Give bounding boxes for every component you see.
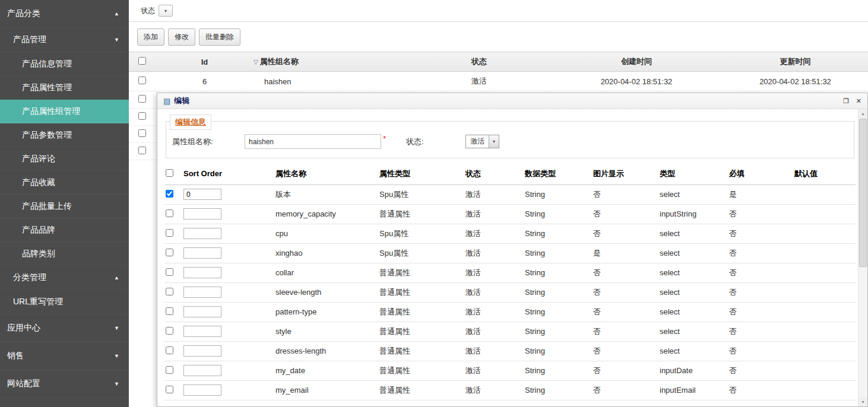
row-checkbox[interactable] — [166, 386, 173, 393]
row-checkbox[interactable] — [166, 249, 173, 256]
sort-order-input[interactable] — [183, 326, 221, 337]
sort-order-input[interactable] — [183, 306, 221, 317]
scrollbar-thumb[interactable] — [859, 119, 867, 267]
sort-order-input[interactable] — [183, 384, 221, 396]
cell-pic-display: 是 — [592, 243, 658, 263]
dialog-title: 编辑 — [174, 96, 189, 106]
row-checkbox[interactable] — [166, 190, 173, 198]
sidebar-item-label: 产品品牌 — [22, 225, 119, 236]
row-checkbox-cell — [164, 341, 182, 361]
select-all-checkbox[interactable] — [138, 57, 146, 65]
row-checkbox[interactable] — [138, 112, 146, 120]
sort-order-input[interactable] — [183, 208, 221, 220]
row-checkbox[interactable] — [166, 327, 173, 335]
sidebar-item-label: 产品评论 — [22, 154, 119, 164]
cell-type: inputEmail — [658, 380, 728, 400]
add-button[interactable]: 添加 — [137, 28, 164, 46]
sidebar-item-product-params[interactable]: 产品参数管理 — [0, 123, 129, 147]
cell-attr-name: 版本 — [274, 185, 378, 204]
sidebar-item-product-attribute-group[interactable]: 产品属性组管理 — [0, 100, 129, 123]
sidebar-item-app-center[interactable]: 应用中心 ▼ — [0, 314, 129, 342]
sort-order-input[interactable] — [183, 287, 221, 298]
row-checkbox[interactable] — [166, 307, 173, 315]
column-header-status[interactable]: 状态 — [408, 52, 550, 72]
cell-sort-order — [182, 361, 274, 380]
sidebar-item-category-management[interactable]: 分类管理 ▲ — [0, 266, 129, 290]
row-checkbox[interactable] — [166, 209, 173, 217]
cell-default — [793, 361, 856, 380]
cell-required: 是 — [728, 185, 793, 204]
edit-dialog: ▤ 编辑 ❐ ✕ 编辑信息 属性组名称: * 状态: 激活 ▼ — [157, 93, 868, 407]
cell-pic-display: 否 — [592, 380, 658, 400]
sort-order-input[interactable] — [183, 345, 221, 357]
maximize-icon[interactable]: ❐ — [843, 97, 849, 105]
sort-order-input[interactable] — [183, 365, 221, 376]
sidebar-item-brand-category[interactable]: 品牌类别 — [0, 242, 129, 266]
status-filter-dropdown[interactable]: ▼ — [159, 5, 173, 17]
select-all-checkbox[interactable] — [166, 169, 173, 177]
sidebar-item-sales[interactable]: 销售 ▼ — [0, 342, 129, 370]
sidebar-item-product-category[interactable]: 产品分类 ▲ — [0, 0, 129, 28]
column-header-updated[interactable]: 更新时间 — [723, 52, 868, 72]
sidebar-item-product-info[interactable]: 产品信息管理 — [0, 52, 129, 76]
sidebar-item-url-rewrite[interactable]: URL重写管理 — [0, 290, 129, 314]
column-header-name[interactable]: ▽属性组名称 — [254, 52, 408, 72]
column-header-sort-order: Sort Order — [182, 163, 274, 185]
vertical-scrollbar[interactable]: ▲ ▼ — [858, 109, 867, 406]
cell-default — [793, 380, 856, 400]
row-checkbox[interactable] — [138, 147, 146, 154]
status-select[interactable]: 激活 ▼ — [465, 135, 499, 148]
sort-order-input[interactable] — [183, 228, 221, 239]
sidebar-item-product-management[interactable]: 产品管理 ▼ — [0, 28, 129, 52]
row-checkbox[interactable] — [138, 77, 146, 84]
cell-attr-type: 普通属性 — [378, 380, 464, 400]
row-checkbox[interactable] — [166, 346, 173, 354]
cell-updated: 2020-04-02 18:51:32 — [723, 72, 868, 91]
edit-info-tab[interactable]: 编辑信息 — [170, 115, 211, 130]
row-checkbox-cell — [164, 243, 182, 263]
table-row[interactable]: 6 haishen 激活 2020-04-02 18:51:32 2020-04… — [129, 72, 868, 91]
scroll-up-icon[interactable]: ▲ — [859, 109, 867, 118]
row-checkbox-cell — [164, 185, 182, 204]
cell-data-type: String — [524, 380, 592, 400]
sidebar-item-product-brand[interactable]: 产品品牌 — [0, 218, 129, 242]
cell-type: select — [658, 282, 728, 302]
sort-order-input[interactable] — [183, 267, 221, 278]
sort-order-input[interactable] — [183, 189, 221, 200]
sidebar-item-product-attribute[interactable]: 产品属性管理 — [0, 76, 129, 100]
attr-group-name-input[interactable] — [245, 134, 381, 149]
modify-button[interactable]: 修改 — [168, 28, 195, 46]
row-checkbox[interactable] — [166, 229, 173, 237]
cell-status: 激活 — [464, 302, 524, 322]
cell-data-type: String — [524, 282, 592, 302]
attribute-row: dresses-length 普通属性 激活 String 否 select 否 — [164, 341, 856, 361]
batch-delete-button[interactable]: 批量删除 — [199, 28, 240, 46]
scroll-down-icon[interactable]: ▼ — [859, 398, 867, 406]
row-checkbox[interactable] — [166, 268, 173, 276]
dialog-header[interactable]: ▤ 编辑 ❐ ✕ — [157, 93, 867, 109]
cell-attr-name: collar — [274, 263, 378, 282]
window-controls: ❐ ✕ — [843, 97, 861, 105]
sidebar-item-label: 网站配置 — [7, 379, 114, 389]
cell-type: inputString — [658, 204, 728, 224]
column-header-created[interactable]: 创建时间 — [550, 52, 723, 72]
sidebar-item-product-batch-upload[interactable]: 产品批量上传 — [0, 195, 129, 218]
sidebar-item-product-reviews[interactable]: 产品评论 — [0, 147, 129, 171]
sidebar-item-product-favorites[interactable]: 产品收藏 — [0, 171, 129, 195]
cell-sort-order — [182, 224, 274, 243]
cell-default — [793, 322, 856, 341]
close-icon[interactable]: ✕ — [856, 97, 861, 105]
row-checkbox[interactable] — [166, 288, 173, 295]
sort-order-input[interactable] — [183, 247, 221, 259]
cell-attr-name: style — [274, 322, 378, 341]
column-header-default: 默认值 — [793, 163, 856, 185]
cell-data-type: String — [524, 185, 592, 204]
cell-name: haishen — [254, 72, 408, 91]
row-checkbox[interactable] — [138, 95, 146, 103]
cell-data-type: String — [524, 204, 592, 224]
row-checkbox[interactable] — [166, 366, 173, 374]
cell-required: 否 — [728, 243, 793, 263]
sidebar-item-site-config[interactable]: 网站配置 ▼ — [0, 370, 129, 398]
column-header-id[interactable]: Id — [156, 52, 254, 72]
row-checkbox[interactable] — [138, 129, 146, 137]
